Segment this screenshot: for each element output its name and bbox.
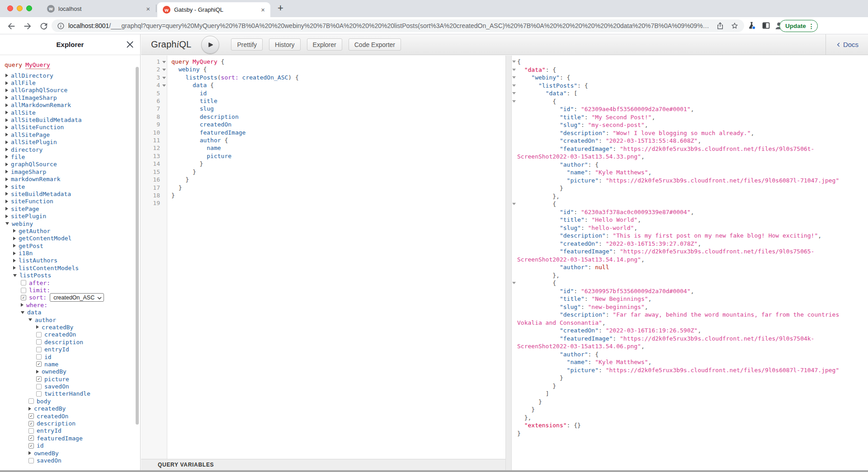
explorer-row-createdOn[interactable]: ✓createdOn	[5, 412, 140, 420]
query-name[interactable]: MyQuery	[25, 61, 50, 69]
explorer-row-allSitePlugin[interactable]: allSitePlugin	[5, 139, 140, 146]
query-editor[interactable]: 1query MyQuery {2 webiny {3 listPosts(so…	[141, 56, 505, 460]
fold-arrow-icon[interactable]	[512, 100, 516, 103]
code-line[interactable]: 19	[141, 199, 505, 207]
checkbox-unchecked-icon[interactable]	[36, 332, 42, 337]
code-line[interactable]: 5 id	[141, 89, 505, 97]
code-line[interactable]: 11 author {	[141, 136, 505, 144]
code-line[interactable]: 7 slug	[141, 105, 505, 112]
code-line[interactable]: 6 title	[141, 97, 505, 105]
tree-collapsed-icon[interactable]	[5, 178, 8, 181]
explorer-row-allGraphQlSource[interactable]: allGraphQlSource	[5, 87, 140, 94]
checkbox-unchecked-icon[interactable]	[21, 280, 26, 285]
tree-collapsed-icon[interactable]	[5, 185, 8, 188]
tree-expanded-icon[interactable]	[21, 311, 24, 314]
sort-select[interactable]: createdOn_ASC	[50, 293, 104, 302]
traffic-light-minimize-icon[interactable]	[17, 5, 23, 11]
tab-localhost[interactable]: w localhost ×	[42, 0, 156, 17]
explorer-row-description[interactable]: ✓description	[5, 420, 140, 427]
code-line[interactable]: 9 createdOn	[141, 121, 505, 128]
explorer-row-entryId[interactable]: entryId	[5, 346, 140, 353]
query-header[interactable]: queryMyQuery	[5, 61, 140, 68]
code-line[interactable]: 8 description	[141, 113, 505, 121]
explorer-row-listAuthors[interactable]: listAuthors	[5, 257, 140, 264]
kebab-menu-icon[interactable]: ⋮	[808, 23, 815, 30]
explorer-row-name[interactable]: ✓name	[5, 360, 140, 368]
code-line[interactable]: 13 picture	[141, 152, 505, 160]
tree-collapsed-icon[interactable]	[21, 303, 24, 307]
fold-arrow-icon[interactable]	[512, 84, 516, 87]
tab-close-icon[interactable]: ×	[146, 5, 150, 12]
tree-collapsed-icon[interactable]	[5, 140, 8, 144]
checkbox-checked-icon[interactable]: ✓	[21, 295, 26, 300]
checkbox-checked-icon[interactable]: ✓	[28, 443, 34, 449]
tree-collapsed-icon[interactable]	[5, 192, 8, 196]
pane-divider[interactable]	[505, 56, 512, 470]
explorer-row-allSiteFunction[interactable]: allSiteFunction	[5, 124, 140, 131]
checkbox-unchecked-icon[interactable]	[36, 354, 42, 360]
explorer-row-author[interactable]: author	[5, 316, 140, 323]
tree-collapsed-icon[interactable]	[5, 89, 8, 92]
history-button[interactable]: History	[269, 38, 301, 51]
fold-arrow-icon[interactable]	[512, 282, 516, 284]
explorer-row-allFile[interactable]: allFile	[5, 79, 140, 86]
explorer-row-siteBuildMetadata[interactable]: siteBuildMetadata	[5, 190, 140, 197]
explorer-row-where[interactable]: where:	[5, 301, 140, 308]
checkbox-unchecked-icon[interactable]	[36, 347, 42, 352]
explorer-row-webiny[interactable]: webiny	[5, 220, 140, 227]
fold-arrow-icon[interactable]	[512, 61, 516, 63]
tree-collapsed-icon[interactable]	[5, 96, 8, 99]
code-line[interactable]: 14 }	[141, 160, 505, 168]
explorer-row-getPost[interactable]: getPost	[5, 242, 140, 249]
forward-icon[interactable]	[23, 21, 33, 31]
tree-collapsed-icon[interactable]	[13, 252, 16, 255]
explorer-row-savedOn[interactable]: savedOn	[5, 383, 140, 390]
tree-collapsed-icon[interactable]	[13, 244, 16, 248]
tree-collapsed-icon[interactable]	[28, 407, 31, 411]
url-bar[interactable]: localhost:8001/___graphql?query=query%20…	[52, 19, 744, 32]
tree-collapsed-icon[interactable]	[36, 370, 39, 374]
code-line[interactable]: 10 featuredImage	[141, 129, 505, 136]
tab-close-icon[interactable]: ×	[261, 6, 265, 13]
explorer-row-listContentModels[interactable]: listContentModels	[5, 264, 140, 271]
tree-collapsed-icon[interactable]	[28, 451, 31, 455]
code-line[interactable]: 3 listPosts(sort: createdOn_ASC) {	[141, 74, 505, 81]
tree-collapsed-icon[interactable]	[5, 133, 8, 136]
checkbox-checked-icon[interactable]: ✓	[28, 413, 34, 419]
tree-collapsed-icon[interactable]	[5, 118, 8, 122]
explorer-row-picture[interactable]: ✓picture	[5, 375, 140, 383]
fold-arrow-icon[interactable]	[512, 92, 516, 94]
tree-collapsed-icon[interactable]	[5, 148, 8, 151]
tree-collapsed-icon[interactable]	[5, 74, 8, 77]
checkbox-unchecked-icon[interactable]	[36, 384, 42, 389]
traffic-light-zoom-icon[interactable]	[26, 5, 32, 11]
explorer-row-file[interactable]: file	[5, 153, 140, 160]
url-text[interactable]: localhost:8001/___graphql?query=query%20…	[68, 22, 710, 29]
explorer-close-icon[interactable]	[126, 41, 134, 48]
tree-collapsed-icon[interactable]	[5, 215, 8, 218]
explorer-row-id[interactable]: id	[5, 353, 140, 360]
explorer-row-getContentModel[interactable]: getContentModel	[5, 235, 140, 242]
explorer-row-featuredImage[interactable]: ✓featuredImage	[5, 435, 140, 442]
explorer-row-limit[interactable]: limit:	[5, 286, 140, 294]
explorer-row-imageSharp[interactable]: imageSharp	[5, 168, 140, 175]
explorer-row-ownedBy[interactable]: ownedBy	[5, 449, 140, 457]
tree-collapsed-icon[interactable]	[5, 81, 8, 85]
execute-query-button[interactable]	[201, 36, 219, 54]
share-icon[interactable]	[716, 22, 724, 30]
new-tab-icon[interactable]: +	[278, 2, 283, 14]
explorer-row-sort[interactable]: ✓sort:createdOn_ASC	[5, 294, 140, 301]
tree-collapsed-icon[interactable]	[5, 126, 8, 129]
explorer-row-createdOn[interactable]: createdOn	[5, 331, 140, 338]
code-line[interactable]: 12 name	[141, 144, 505, 152]
tab-gatsby-graphiql[interactable]: w Gatsby - GraphiQL ×	[157, 2, 270, 17]
explorer-row-savedOn[interactable]: savedOn	[5, 457, 140, 464]
query-variables-bar[interactable]: QUERY VARIABLES	[141, 459, 505, 470]
explorer-row-description[interactable]: description	[5, 338, 140, 346]
tree-collapsed-icon[interactable]	[5, 163, 8, 166]
checkbox-checked-icon[interactable]: ✓	[28, 421, 34, 426]
fold-arrow-icon[interactable]	[512, 203, 516, 205]
tree-collapsed-icon[interactable]	[5, 207, 8, 210]
code-line[interactable]: 16 }	[141, 176, 505, 183]
explorer-row-createdBy[interactable]: createdBy	[5, 405, 140, 412]
